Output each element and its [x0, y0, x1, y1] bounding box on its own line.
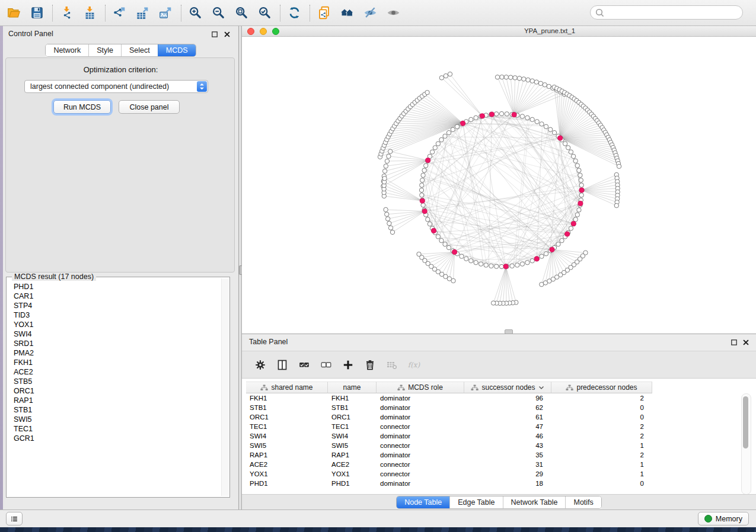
cell: 0	[551, 414, 652, 421]
mcds-result-item[interactable]: SRD1	[14, 339, 221, 348]
criterion-select[interactable]: largest connected component (undirected)	[24, 80, 208, 93]
cell: 46	[464, 432, 551, 440]
window-close-button[interactable]	[247, 28, 254, 35]
column-header-successor-nodes[interactable]: successor nodes	[464, 382, 551, 393]
table-row[interactable]: PHD1PHD1dominator180	[246, 479, 652, 488]
delete-column-button[interactable]	[385, 358, 398, 371]
zoom-fit-button[interactable]	[232, 4, 250, 22]
cell: dominator	[377, 404, 464, 411]
network-canvas[interactable]	[242, 37, 756, 334]
cell: 61	[464, 414, 551, 421]
mcds-result-item[interactable]: ACE2	[14, 367, 221, 377]
cell: SWI4	[246, 432, 328, 440]
cell: PHD1	[246, 480, 328, 487]
window-minimize-button[interactable]	[260, 28, 267, 35]
table-tab-node-table[interactable]: Node Table	[397, 496, 449, 508]
mcds-result-item[interactable]: STB1	[14, 405, 221, 415]
table-row[interactable]: ACE2ACE2connector311	[246, 460, 652, 469]
table-row[interactable]: STB1STB1dominator620	[246, 403, 652, 412]
cell: 1	[551, 461, 652, 468]
mcds-result-item[interactable]: TID3	[14, 310, 221, 320]
table-row[interactable]: FKH1FKH1dominator962	[246, 393, 652, 403]
show-panels-menu-button[interactable]	[6, 512, 23, 525]
table-tab-edge-table[interactable]: Edge Table	[449, 496, 502, 508]
close-panel-button[interactable]	[222, 30, 231, 39]
close-table-panel-button[interactable]	[741, 338, 750, 347]
run-mcds-button[interactable]: Run MCDS	[53, 100, 111, 114]
table-scrollbar[interactable]	[741, 393, 751, 495]
mcds-result-item[interactable]: ORC1	[14, 386, 221, 396]
mcds-result-item[interactable]: FKH1	[14, 358, 221, 367]
mcds-result-item[interactable]: STP4	[14, 301, 221, 310]
mcds-result-item[interactable]: TEC1	[14, 424, 221, 434]
column-header-name[interactable]: name	[328, 382, 377, 393]
clone-network-button[interactable]	[315, 4, 333, 22]
table-options-button[interactable]	[254, 358, 267, 371]
table-tab-bar: Node TableEdge TableNetwork TableMotifs	[396, 496, 602, 509]
show-all-button[interactable]	[384, 4, 402, 22]
table-tab-network-table[interactable]: Network Table	[503, 496, 566, 508]
tab-style[interactable]: Style	[88, 44, 121, 56]
criterion-select-value: largest connected component (undirected)	[30, 82, 169, 91]
cell: 96	[464, 395, 551, 402]
column-header-shared-name[interactable]: shared name	[246, 382, 328, 393]
search-box[interactable]	[590, 5, 743, 20]
cell: RAP1	[246, 451, 328, 459]
import-table-button[interactable]	[81, 4, 98, 22]
delete-selected-button[interactable]	[363, 358, 377, 371]
tab-mcds[interactable]: MCDS	[158, 44, 196, 56]
mcds-result-box: MCDS result (17 nodes) PHD1CAR1STP4TID3Y…	[6, 277, 230, 498]
table-row[interactable]: RAP1RAP1dominator352	[246, 450, 652, 460]
table-scrollbar-thumb[interactable]	[743, 396, 748, 448]
column-header-MCDS-role[interactable]: MCDS role	[377, 382, 464, 393]
refresh-button[interactable]	[285, 4, 303, 22]
float-table-panel-button[interactable]	[729, 338, 738, 347]
export-image-button[interactable]	[157, 4, 174, 22]
function-builder-button[interactable]: f(x)	[407, 358, 420, 371]
float-panel-button[interactable]	[210, 30, 219, 39]
import-network-button[interactable]	[58, 4, 75, 22]
tab-network[interactable]: Network	[46, 44, 88, 56]
first-neighbors-button[interactable]	[338, 4, 356, 22]
mcds-result-item[interactable]: YOX1	[14, 320, 221, 329]
column-header-predecessor-nodes[interactable]: predecessor nodes	[551, 382, 652, 393]
clear-selection-button[interactable]	[320, 358, 333, 371]
show-columns-button[interactable]	[276, 358, 289, 371]
zoom-out-button[interactable]	[209, 4, 227, 22]
mcds-result-item[interactable]: STB5	[14, 377, 221, 386]
table-row[interactable]: YOX1YOX1connector291	[246, 469, 652, 479]
zoom-selected-button[interactable]	[256, 4, 273, 22]
table-tab-motifs[interactable]: Motifs	[565, 496, 601, 508]
search-input[interactable]	[604, 8, 742, 17]
table-row[interactable]: TEC1TEC1connector472	[246, 422, 652, 431]
open-file-button[interactable]	[5, 4, 23, 22]
network-window-titlebar[interactable]: YPA_prune.txt_1	[242, 26, 756, 37]
zoom-in-button[interactable]	[186, 4, 204, 22]
create-column-button[interactable]	[342, 358, 355, 371]
mcds-result-item[interactable]: PMA2	[14, 348, 221, 358]
table-row[interactable]: ORC1ORC1dominator610	[246, 412, 652, 422]
export-network-button[interactable]	[110, 4, 128, 22]
table-row[interactable]: SWI4SWI4dominator462	[246, 431, 652, 441]
cell: 1	[551, 470, 652, 477]
mcds-result-item[interactable]: PHD1	[14, 282, 221, 291]
cell: SWI4	[328, 432, 377, 440]
mcds-result-item[interactable]: SWI4	[14, 329, 221, 339]
export-table-button[interactable]	[133, 4, 151, 22]
mcds-result-item[interactable]: RAP1	[14, 396, 221, 405]
mcds-result-item[interactable]: GCR1	[14, 434, 221, 443]
save-session-button[interactable]	[28, 4, 46, 22]
mcds-result-scrollbar[interactable]	[221, 278, 229, 496]
tab-select[interactable]: Select	[121, 44, 158, 56]
window-zoom-button[interactable]	[272, 28, 279, 35]
mcds-result-item[interactable]: SWI5	[14, 415, 221, 424]
memory-button[interactable]: Memory	[698, 512, 749, 525]
desktop-wallpaper-strip	[0, 527, 756, 532]
cell: SWI5	[328, 442, 377, 449]
hide-selected-button[interactable]	[361, 4, 379, 22]
table-row[interactable]: SWI5SWI5connector431	[246, 441, 652, 450]
select-all-button[interactable]	[298, 358, 311, 371]
import-network-icon	[60, 6, 74, 20]
mcds-result-item[interactable]: CAR1	[14, 291, 221, 301]
close-panel-button-mcds[interactable]: Close panel	[119, 100, 180, 114]
